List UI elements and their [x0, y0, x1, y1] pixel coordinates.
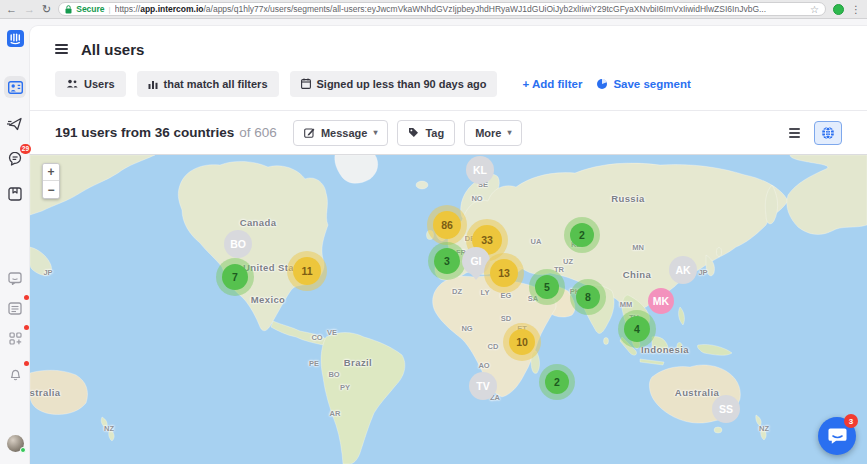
zoom-out-button[interactable]: − — [43, 181, 59, 198]
sidebar: 29 — [0, 19, 30, 464]
message-button-label: Message — [321, 127, 367, 139]
save-segment-link[interactable]: Save segment — [596, 78, 690, 90]
results-total: of 606 — [239, 125, 277, 140]
map-cluster-marker[interactable]: 2 — [545, 370, 569, 394]
platform-notification-dot — [24, 325, 29, 330]
forward-button[interactable]: → — [24, 4, 35, 15]
results-count: 191 users from 36 countries — [55, 125, 234, 140]
sidebar-item-outbound[interactable] — [4, 113, 26, 135]
sidebar-item-profile[interactable] — [4, 432, 26, 454]
globe-icon — [821, 126, 835, 140]
compose-icon — [304, 127, 315, 138]
chat-bubble-icon — [8, 272, 22, 285]
map-cluster-marker[interactable]: BO — [224, 230, 252, 258]
map-cluster-marker[interactable]: 3 — [434, 248, 460, 274]
list-view-toggle[interactable] — [780, 121, 808, 145]
user-avatar — [7, 435, 24, 452]
actions-group: Message ▾ Tag More ▾ — [293, 120, 523, 146]
url-text: https://app.intercom.io/a/apps/q1hly77x/… — [115, 4, 806, 14]
map-cluster-marker[interactable]: GI — [462, 247, 490, 275]
map-cluster-marker[interactable]: 7 — [222, 264, 248, 290]
messenger-chat-icon — [828, 427, 847, 445]
online-status-dot — [20, 447, 26, 453]
segment-icon — [596, 78, 608, 90]
match-chip-label: that match all filters — [164, 78, 268, 90]
users-type-chip[interactable]: Users — [55, 71, 126, 97]
intercom-app: 29 — [0, 19, 867, 464]
page-header: All users — [30, 26, 867, 60]
world-map[interactable]: CanadaUnited StatesMexicoBrazilRussiaChi… — [30, 154, 867, 464]
map-zoom-control: + − — [42, 163, 60, 199]
sidebar-item-articles[interactable] — [4, 183, 26, 205]
users-chip-label: Users — [84, 78, 115, 90]
save-segment-label: Save segment — [613, 78, 690, 90]
tag-button-label: Tag — [425, 127, 444, 139]
segments-menu-icon[interactable] — [55, 44, 68, 54]
map-cluster-marker[interactable]: 10 — [509, 329, 535, 355]
match-filters-chip[interactable]: that match all filters — [137, 71, 279, 97]
page-title: All users — [81, 41, 144, 58]
messenger-badge: 3 — [844, 414, 858, 428]
view-toggles — [780, 121, 842, 145]
add-filter-link[interactable]: + Add filter — [522, 78, 582, 90]
map-cluster-marker[interactable]: 5 — [535, 275, 559, 299]
campaigns-badge: 29 — [20, 144, 31, 154]
calendar-icon — [301, 78, 311, 89]
sidebar-item-platform[interactable] — [4, 327, 26, 349]
zoom-in-button[interactable]: + — [43, 164, 59, 181]
bookmark-star-icon[interactable]: ☆ — [810, 4, 819, 15]
inbox-icon — [8, 302, 22, 315]
list-view-icon — [789, 128, 800, 138]
map-cluster-marker[interactable]: SS — [712, 395, 740, 423]
browser-menu-icon[interactable]: ⋮ — [851, 4, 861, 15]
intercom-messenger-launcher[interactable]: 3 — [818, 417, 856, 455]
map-cluster-marker[interactable]: KL — [466, 156, 494, 184]
address-bar[interactable]: Secure | https://app.intercom.io/a/apps/… — [58, 2, 826, 16]
tag-button[interactable]: Tag — [397, 120, 455, 146]
book-icon — [8, 187, 22, 201]
map-cluster-marker[interactable]: TV — [469, 372, 497, 400]
inbox-notification-dot — [24, 295, 29, 300]
grid-plus-icon — [9, 332, 22, 345]
filter-row: Users that match all filters Signed up l… — [55, 70, 867, 97]
sidebar-item-inbox[interactable] — [4, 297, 26, 319]
more-caret-icon: ▾ — [507, 128, 511, 137]
intercom-logo[interactable] — [4, 27, 26, 49]
sidebar-item-campaigns[interactable]: 29 — [4, 148, 26, 170]
reload-button[interactable]: ↻ — [42, 4, 51, 15]
more-button[interactable]: More ▾ — [464, 120, 522, 146]
map-cluster-marker[interactable]: 8 — [576, 285, 600, 309]
more-button-label: More — [475, 127, 501, 139]
map-view-toggle[interactable] — [814, 121, 842, 145]
map-cluster-marker[interactable]: 86 — [433, 211, 461, 239]
results-header: 191 users from 36 countries of 606 Messa… — [30, 111, 867, 154]
intercom-logo-icon — [7, 30, 24, 47]
sidebar-item-notifications[interactable] — [4, 363, 26, 385]
map-cluster-marker[interactable]: 4 — [624, 316, 650, 342]
map-cluster-marker[interactable]: 13 — [490, 259, 518, 287]
tag-icon — [408, 127, 419, 138]
map-cluster-marker[interactable]: 2 — [570, 223, 594, 247]
notifications-dot — [24, 361, 29, 366]
paper-plane-icon — [7, 117, 23, 131]
marker-tail — [471, 274, 481, 280]
main-panel: All users Users that match all filters — [30, 26, 867, 464]
sidebar-item-messages[interactable] — [4, 267, 26, 289]
sidebar-item-contacts[interactable] — [4, 76, 26, 98]
back-button[interactable]: ← — [6, 4, 17, 15]
map-cluster-marker[interactable]: 11 — [293, 257, 321, 285]
browser-extension-icon[interactable] — [833, 4, 844, 15]
map-terrain — [30, 155, 867, 464]
map-cluster-marker[interactable]: AK — [669, 256, 697, 284]
message-caret-icon: ▾ — [373, 128, 377, 137]
browser-toolbar: ← → ↻ Secure | https://app.intercom.io/a… — [0, 0, 867, 19]
bell-icon — [9, 367, 22, 381]
url-separator: | — [109, 5, 111, 14]
map-cluster-marker[interactable]: MK — [648, 288, 674, 314]
secure-label: Secure — [76, 4, 104, 14]
contacts-icon — [8, 81, 23, 94]
megaphone-icon — [8, 152, 23, 166]
secure-lock-icon — [65, 5, 72, 14]
signup-filter-chip[interactable]: Signed up less than 90 days ago — [290, 71, 498, 97]
message-button[interactable]: Message ▾ — [293, 120, 389, 146]
